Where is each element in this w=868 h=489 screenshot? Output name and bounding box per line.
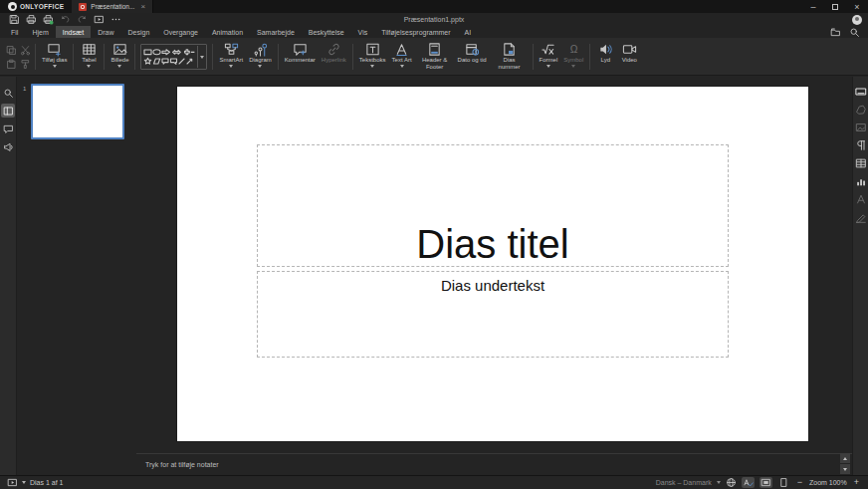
divider (134, 44, 135, 70)
tab-indsaet[interactable]: Indsæt (56, 26, 91, 38)
slide-settings-button[interactable] (854, 85, 867, 98)
feedback-button[interactable] (1, 139, 15, 153)
tab-hjem[interactable]: Hjem (25, 26, 55, 38)
slide-subtitle-text: Dias undertekst (441, 277, 544, 294)
scroll-down-button[interactable] (840, 464, 850, 474)
signature-settings-button[interactable] (854, 210, 867, 223)
hyperlink-button[interactable]: Hyperlink (319, 40, 349, 74)
slide-canvas[interactable]: Dias titel Dias undertekst (177, 87, 808, 441)
open-file-location-icon[interactable] (830, 27, 841, 38)
tab-fil[interactable]: Fil (4, 26, 25, 38)
tab-samarbejde[interactable]: Samarbejde (250, 26, 302, 38)
document-tab[interactable]: Præsentation... × (72, 0, 153, 13)
text-art-button[interactable]: Text Art (389, 40, 415, 74)
table-button[interactable]: Tabel (77, 40, 101, 74)
fit-to-slide-button[interactable] (760, 477, 772, 488)
shape-settings-button[interactable] (854, 103, 867, 116)
slideshow-dropdown-caret-icon[interactable] (22, 481, 26, 484)
save-icon (9, 14, 20, 25)
date-time-button[interactable]: Dato og tid (455, 40, 490, 74)
equation-button[interactable]: Formel (537, 40, 561, 74)
quick-print-icon (43, 14, 54, 25)
tab-animation[interactable]: Animation (205, 26, 250, 38)
dropdown-caret-icon (200, 56, 204, 59)
slides-panel-icon (3, 106, 14, 117)
subtitle-placeholder[interactable]: Dias undertekst (257, 271, 729, 358)
zoom-in-button[interactable]: + (852, 478, 861, 487)
zoom-value[interactable]: Zoom 100% (809, 479, 847, 486)
date-time-label: Dato og tid (458, 57, 487, 64)
format-painter-button[interactable] (20, 56, 31, 74)
language-caret-icon[interactable] (717, 481, 721, 484)
comment-button[interactable]: Kommentar (282, 40, 319, 74)
shapes-dropdown-button[interactable] (197, 46, 206, 68)
textbox-button[interactable]: Tekstboks (356, 40, 389, 74)
slide-thumbnail[interactable] (31, 84, 124, 139)
chart-button[interactable]: Diagram (246, 40, 275, 74)
image-settings-button[interactable] (854, 121, 867, 133)
tab-ai[interactable]: AI (458, 26, 479, 38)
video-button[interactable]: Video (617, 40, 641, 74)
copy-icon (6, 45, 17, 56)
shape-gallery[interactable] (140, 44, 207, 70)
slides-panel-button[interactable] (1, 104, 15, 118)
text-art-icon (394, 42, 409, 57)
tab-vis[interactable]: Vis (351, 26, 375, 38)
image-button[interactable]: Billede (108, 40, 131, 74)
symbol-button[interactable]: Ω Symbol (560, 40, 586, 74)
chart-settings-icon (855, 175, 867, 187)
notes-placeholder: Tryk for at tilføje notater (145, 461, 219, 468)
redo-icon (77, 14, 88, 25)
smartart-button[interactable]: SmartArt (216, 40, 246, 74)
smartart-icon (224, 42, 239, 57)
start-slideshow-button[interactable] (91, 14, 108, 26)
divider (533, 44, 534, 70)
fit-to-width-button[interactable] (777, 477, 790, 488)
scroll-up-button[interactable] (840, 453, 850, 463)
print-button[interactable] (23, 14, 40, 26)
clipboard-group (4, 42, 32, 74)
header-footer-button[interactable]: Header & Footer (415, 40, 455, 74)
slide-number-button[interactable]: Dias nummer (490, 40, 530, 74)
divider (73, 44, 74, 70)
user-avatar[interactable] (852, 15, 862, 25)
add-slide-button[interactable]: Tilføj dias (39, 40, 70, 74)
table-settings-button[interactable] (854, 156, 867, 169)
dropdown-caret-icon (87, 65, 91, 68)
spell-check-button[interactable] (742, 477, 755, 488)
tab-design[interactable]: Design (120, 26, 156, 38)
find-button[interactable] (1, 86, 15, 100)
set-language-globe-icon[interactable] (726, 477, 737, 488)
close-button[interactable]: × (846, 0, 868, 13)
tab-overgange[interactable]: Overgange (156, 26, 205, 38)
maximize-button[interactable] (824, 0, 846, 13)
document-language[interactable]: Dansk – Danmark (656, 479, 712, 486)
tab-tilfojelsesprogrammer[interactable]: Tilføjelsesprogrammer (374, 26, 457, 38)
notes-panel[interactable]: Tryk for at tilføje notater (136, 453, 852, 475)
redo-button[interactable] (74, 14, 91, 26)
tab-beskyttelse[interactable]: Beskyttelse (302, 26, 351, 38)
presentation-file-icon (79, 3, 87, 11)
title-placeholder[interactable]: Dias titel (257, 144, 729, 267)
undo-icon (60, 14, 71, 25)
quick-print-button[interactable] (40, 14, 57, 26)
start-slideshow-icon[interactable] (7, 477, 18, 488)
tab-draw[interactable]: Draw (91, 26, 120, 38)
minimize-button[interactable]: – (802, 0, 824, 13)
paragraph-settings-button[interactable] (854, 138, 867, 151)
comments-panel-button[interactable] (1, 122, 15, 135)
paste-button[interactable] (6, 56, 17, 74)
audio-button[interactable]: Lyd (593, 40, 617, 74)
search-icon[interactable] (849, 27, 860, 38)
zoom-out-button[interactable]: − (795, 478, 804, 487)
smartart-label: SmartArt (219, 57, 243, 64)
slide-number-icon (502, 42, 517, 57)
editor-canvas: Dias titel Dias undertekst Tryk for at t… (136, 77, 852, 475)
chart-settings-button[interactable] (854, 174, 867, 187)
undo-button[interactable] (57, 14, 74, 26)
symbol-icon: Ω (566, 42, 581, 57)
close-tab-icon[interactable]: × (140, 2, 145, 11)
text-art-settings-button[interactable] (854, 192, 867, 205)
more-actions-button[interactable] (108, 14, 124, 26)
save-button[interactable] (6, 14, 23, 26)
